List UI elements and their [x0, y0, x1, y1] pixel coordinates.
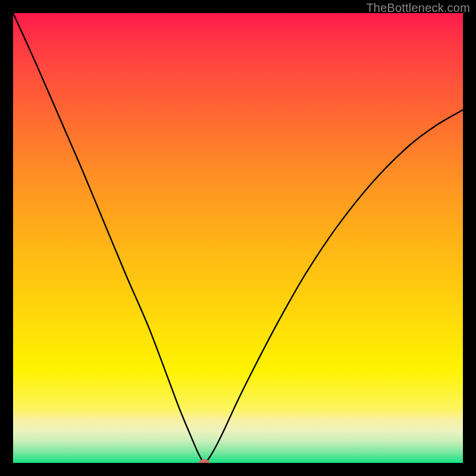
chart-frame: TheBottleneck.com: [0, 0, 476, 476]
plot-area: [13, 13, 463, 463]
bottleneck-curve: [13, 13, 463, 463]
watermark-text: TheBottleneck.com: [366, 1, 470, 15]
curve-path: [13, 13, 463, 463]
